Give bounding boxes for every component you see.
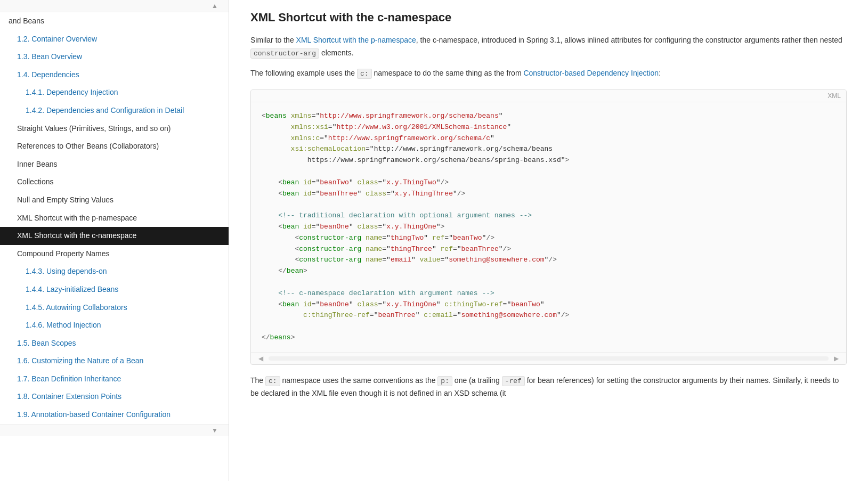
scroll-left-arrow[interactable]: ◀	[256, 355, 265, 362]
para2-code: c:	[357, 69, 372, 79]
para2-link[interactable]: Constructor-based Dependency Injection	[523, 69, 659, 77]
sidebar-item-references-other-beans[interactable]: References to Other Beans (Collaborators…	[0, 137, 229, 156]
scroll-down-arrow[interactable]: ▼	[212, 427, 218, 434]
sidebar-item-method-injection[interactable]: 1.4.6. Method Injection	[0, 316, 229, 335]
para1-link[interactable]: XML Shortcut with the p-namespace	[296, 36, 416, 44]
sidebar-item-compound-property[interactable]: Compound Property Names	[0, 245, 229, 263]
sidebar-item-collections[interactable]: Collections	[0, 173, 229, 191]
page-title: XML Shortcut with the c-namespace	[250, 11, 847, 25]
paragraph-1: Similar to the XML Shortcut with the p-n…	[250, 34, 847, 60]
sidebar-item-bean-overview[interactable]: 1.3. Bean Overview	[0, 48, 229, 66]
scroll-right-arrow[interactable]: ▶	[832, 355, 841, 362]
sidebar-item-container-overview[interactable]: 1.2. Container Overview	[0, 30, 229, 48]
paragraph-bottom: The c: namespace uses the same conventio…	[250, 374, 847, 400]
para1-code: constructor-arg	[250, 48, 319, 59]
sidebar-item-dependency-injection[interactable]: 1.4.1. Dependency Injection	[0, 84, 229, 102]
sidebar-item-container-extension[interactable]: 1.8. Container Extension Points	[0, 388, 229, 406]
sidebar-item-using-depends-on[interactable]: 1.4.3. Using depends-on	[0, 263, 229, 281]
sidebar-item-customizing-nature[interactable]: 1.6. Customizing the Nature of a Bean	[0, 352, 229, 370]
sidebar-item-xml-shortcut-c[interactable]: XML Shortcut with the c-namespace	[0, 227, 229, 245]
para2-end: :	[659, 69, 661, 77]
para2-after: namespace to do the same thing as the fr…	[372, 69, 524, 77]
nav-items-container: and Beans1.2. Container Overview1.3. Bea…	[0, 12, 229, 424]
para1-text-after: , the c-namespace, introduced in Spring …	[416, 36, 842, 44]
bottom-code3: -ref	[502, 376, 525, 386]
bottom-code1: c:	[265, 376, 280, 386]
horizontal-scrollbar[interactable]: ◀ ▶	[251, 352, 846, 364]
bottom-mid1: namespace uses the same conventions as t…	[280, 376, 438, 385]
sidebar-item-null-empty-string[interactable]: Null and Empty String Values	[0, 191, 229, 209]
sidebar-item-autowiring[interactable]: 1.4.5. Autowiring Collaborators	[0, 299, 229, 317]
main-content: XML Shortcut with the c-namespace Simila…	[229, 0, 868, 481]
bottom-mid2: one (a trailing	[452, 376, 502, 385]
scroll-up-arrow[interactable]: ▲	[212, 2, 218, 10]
bottom-code2: p:	[437, 376, 452, 386]
sidebar: ▲ and Beans1.2. Container Overview1.3. B…	[0, 0, 229, 481]
para1-text-before: Similar to the	[250, 36, 296, 44]
sidebar-item-xml-shortcut-p[interactable]: XML Shortcut with the p-namespace	[0, 209, 229, 227]
paragraph-2: The following example uses the c: namesp…	[250, 67, 847, 80]
sidebar-item-inner-beans[interactable]: Inner Beans	[0, 156, 229, 174]
scroll-track-horizontal[interactable]	[269, 356, 829, 361]
sidebar-item-lazy-init[interactable]: 1.4.4. Lazy-initialized Beans	[0, 281, 229, 299]
sidebar-item-bean-scopes[interactable]: 1.5. Bean Scopes	[0, 335, 229, 353]
sidebar-item-straight-values[interactable]: Straight Values (Primitives, Strings, an…	[0, 120, 229, 138]
sidebar-item-dependencies[interactable]: 1.4. Dependencies	[0, 66, 229, 84]
para1-end: elements.	[319, 48, 354, 57]
para2-before: The following example uses the	[250, 69, 357, 77]
sidebar-item-and-beans[interactable]: and Beans	[0, 12, 229, 30]
code-block[interactable]: <beans xmlns="http://www.springframework…	[251, 102, 846, 352]
sidebar-item-annotation-based[interactable]: 1.9. Annotation-based Container Configur…	[0, 406, 229, 424]
code-block-header: XML	[251, 90, 846, 102]
bottom-before: The	[250, 376, 265, 385]
sidebar-item-deps-config-detail[interactable]: 1.4.2. Dependencies and Configuration in…	[0, 102, 229, 120]
sidebar-item-bean-definition-inheritance[interactable]: 1.7. Bean Definition Inheritance	[0, 370, 229, 388]
code-block-wrapper: XML <beans xmlns="http://www.springframe…	[250, 89, 847, 365]
